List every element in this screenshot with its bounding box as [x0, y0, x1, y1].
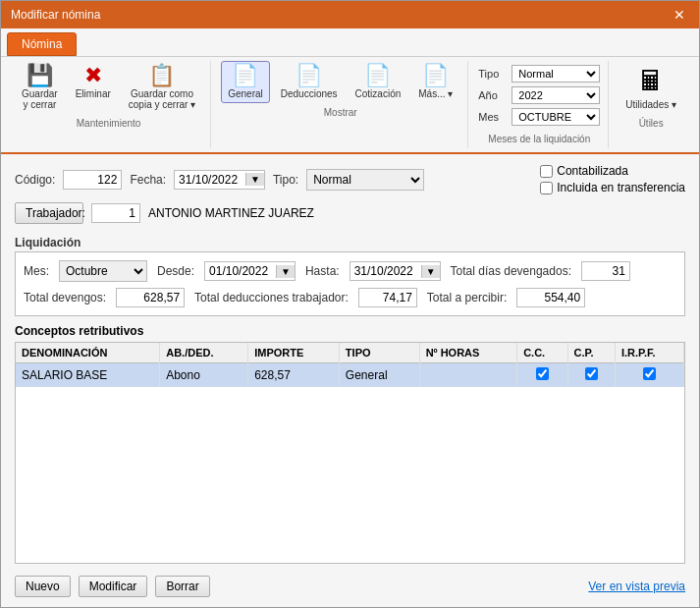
- hasta-label: Hasta:: [305, 264, 340, 278]
- liquidacion-ribbon: Tipo Normal Año 2022 Mes OCTUBRE Meses d…: [470, 61, 609, 148]
- tipo-label: Tipo:: [273, 173, 298, 187]
- close-button[interactable]: ✕: [670, 7, 689, 23]
- utilidades-icon: 🖩: [637, 65, 665, 97]
- cell-cp: [567, 363, 615, 388]
- desde-calendar-button[interactable]: ▼: [276, 265, 295, 278]
- bottom-row: Nuevo Modificar Borrar Ver en vista prev…: [15, 572, 685, 597]
- copy-save-icon: 📋: [148, 65, 175, 86]
- total-percibir-label: Total a percibir:: [427, 291, 507, 304]
- cotizacion-button[interactable]: 📄 Cotización: [349, 61, 408, 103]
- desde-label: Desde:: [157, 264, 194, 278]
- codigo-input[interactable]: [63, 170, 122, 190]
- modificar-button[interactable]: Modificar: [79, 576, 148, 597]
- col-irpf: I.R.P.F.: [615, 343, 683, 363]
- liquidacion-row1: Mes: Octubre Desde: ▼ Hasta: ▼ Total día…: [24, 260, 676, 282]
- codigo-row: Código: Fecha: ▼ Tipo: Normal Contabiliz…: [15, 164, 685, 194]
- borrar-button[interactable]: Borrar: [155, 576, 209, 597]
- col-denominacion: DENOMINACIÓN: [16, 343, 160, 363]
- table-header-row: DENOMINACIÓN AB./DED. IMPORTE TIPO Nº HO…: [16, 343, 684, 363]
- mes-ribbon-label: Mes: [478, 111, 506, 123]
- general-icon: 📄: [232, 65, 258, 86]
- tipo-field: Tipo Normal: [478, 65, 600, 83]
- fecha-calendar-button[interactable]: ▼: [245, 173, 264, 186]
- eliminar-button[interactable]: ✖ Eliminar: [69, 61, 118, 114]
- guardar-cerrar-button[interactable]: 💾 Guardary cerrar: [15, 61, 65, 114]
- conceptos-table-container: DENOMINACIÓN AB./DED. IMPORTE TIPO Nº HO…: [15, 342, 685, 564]
- cc-checkbox[interactable]: [536, 367, 549, 380]
- fecha-label: Fecha:: [130, 173, 166, 187]
- tab-nomina[interactable]: Nómina: [7, 32, 77, 56]
- mes-ribbon-select[interactable]: OCTUBRE: [512, 108, 600, 126]
- bottom-buttons: Nuevo Modificar Borrar: [15, 576, 210, 597]
- checkboxes-right: Contabilizada Incluida en transferencia: [540, 164, 685, 194]
- fecha-date-field: ▼: [174, 170, 265, 190]
- mas-button[interactable]: 📄 Más... ▾: [411, 61, 459, 103]
- liquidacion-section: Liquidación Mes: Octubre Desde: ▼ Hasta:: [15, 232, 685, 316]
- ribbon: 💾 Guardary cerrar ✖ Eliminar 📋 Guardar c…: [1, 57, 699, 154]
- guardar-copia-button[interactable]: 📋 Guardar comocopia y cerrar ▾: [122, 61, 202, 114]
- col-horas: Nº HORAS: [419, 343, 516, 363]
- cotizacion-icon: 📄: [364, 65, 391, 86]
- cell-cc: [517, 363, 567, 388]
- tipo-ribbon-select[interactable]: Normal: [512, 65, 600, 83]
- desde-input[interactable]: [205, 262, 276, 280]
- meses-liquidacion-label: Meses de la liquidación: [478, 134, 600, 144]
- total-devengos-input[interactable]: [116, 288, 185, 307]
- hasta-input[interactable]: [350, 262, 421, 280]
- contabilizada-checkbox-row: Contabilizada: [540, 164, 685, 178]
- conceptos-section: Conceptos retributivos DENOMINACIÓN AB./…: [15, 324, 685, 564]
- contabilizada-label: Contabilizada: [557, 164, 628, 178]
- ribbon-group-mostrar: 📄 General 📄 Deducciones 📄 Cotización 📄 M…: [213, 61, 468, 148]
- nuevo-button[interactable]: Nuevo: [15, 576, 71, 597]
- ribbon-group-utilidades: 🖩 Utilidades ▾ Útiles: [611, 61, 691, 148]
- liquidacion-row2: Total devengos: Total deducciones trabaj…: [24, 288, 676, 307]
- mes-ribbon-field: Mes OCTUBRE: [478, 108, 600, 126]
- trabajador-button[interactable]: Trabajador:: [15, 202, 83, 224]
- incluida-checkbox[interactable]: [540, 182, 553, 194]
- mas-icon: 📄: [422, 65, 449, 86]
- ver-preview-link[interactable]: Ver en vista previa: [588, 580, 685, 593]
- tipo-select[interactable]: Normal: [306, 169, 424, 191]
- trabajador-id-input[interactable]: [91, 203, 140, 223]
- total-percibir-input[interactable]: [516, 288, 585, 307]
- contabilizada-checkbox[interactable]: [540, 165, 553, 178]
- cell-denominacion: SALARIO BASE: [16, 363, 160, 388]
- deducciones-icon: 📄: [296, 65, 322, 86]
- utiles-label: Útiles: [639, 118, 664, 129]
- cell-horas: [419, 363, 516, 388]
- title-bar: Modificar nómina ✕: [1, 1, 699, 28]
- cell-tipo: General: [339, 363, 419, 388]
- cp-checkbox[interactable]: [585, 367, 598, 380]
- fecha-input[interactable]: [175, 171, 245, 189]
- codigo-label: Código:: [15, 173, 55, 187]
- table-row[interactable]: SALARIO BASE Abono 628,57 General: [16, 363, 684, 388]
- incluida-label: Incluida en transferencia: [557, 181, 685, 194]
- mes-label: Mes:: [24, 264, 49, 278]
- col-cp: C.P.: [567, 343, 615, 363]
- desde-date-field: ▼: [204, 261, 296, 281]
- trabajador-row: Trabajador: ANTONIO MARTINEZ JUAREZ: [15, 202, 685, 224]
- total-deducciones-label: Total deducciones trabajador:: [194, 291, 349, 304]
- cell-ab-ded: Abono: [160, 363, 248, 388]
- total-dias-input[interactable]: [581, 261, 630, 281]
- mes-select[interactable]: Octubre: [59, 260, 147, 282]
- cell-irpf: [615, 363, 683, 388]
- hasta-calendar-button[interactable]: ▼: [421, 265, 440, 278]
- mantenimiento-label: Mantenimiento: [77, 118, 141, 129]
- col-ab-ded: AB./DED.: [160, 343, 248, 363]
- hasta-date-field: ▼: [350, 261, 441, 281]
- incluida-checkbox-row: Incluida en transferencia: [540, 181, 685, 194]
- irpf-checkbox[interactable]: [643, 367, 656, 380]
- conceptos-table: DENOMINACIÓN AB./DED. IMPORTE TIPO Nº HO…: [16, 343, 684, 387]
- liquidacion-box: Mes: Octubre Desde: ▼ Hasta: ▼ Total día…: [15, 251, 685, 316]
- ribbon-tabs: Nómina: [1, 28, 699, 57]
- conceptos-title: Conceptos retributivos: [15, 324, 685, 338]
- anio-ribbon-label: Año: [478, 89, 506, 101]
- total-devengos-label: Total devengos:: [24, 291, 106, 304]
- total-deducciones-input[interactable]: [358, 288, 417, 307]
- general-button[interactable]: 📄 General: [221, 61, 270, 103]
- deducciones-button[interactable]: 📄 Deducciones: [274, 61, 345, 103]
- utilidades-button[interactable]: 🖩 Utilidades ▾: [619, 61, 683, 114]
- anio-ribbon-select[interactable]: 2022: [512, 86, 600, 104]
- window-title: Modificar nómina: [11, 8, 100, 22]
